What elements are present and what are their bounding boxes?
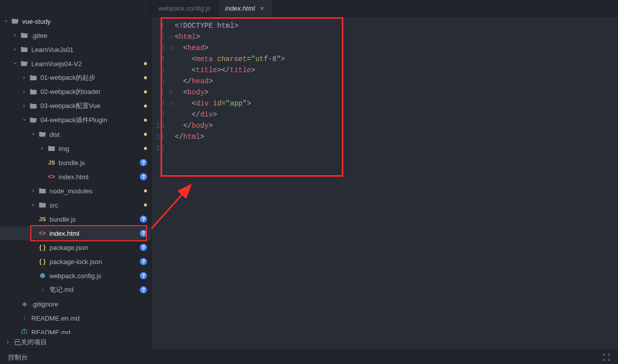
file-explorer-sidebar: vue-study .gitee LearnVueJs01 LearnVuejs… bbox=[0, 0, 151, 350]
tree-item[interactable]: JS bundle.js ? bbox=[0, 155, 151, 170]
code-line[interactable]: 2 ⊟ <html> bbox=[151, 31, 618, 42]
code-line[interactable]: 1 <!DOCTYPE html> bbox=[151, 20, 618, 31]
tree-item-label: .gitignore bbox=[31, 300, 147, 308]
tree-item[interactable]: { } package.json ? bbox=[0, 240, 151, 254]
folder-open-icon bbox=[38, 130, 46, 138]
tree-item[interactable]: 01-webpack的起步 bbox=[0, 71, 151, 85]
svg-line-1 bbox=[151, 185, 191, 234]
tree-item[interactable]: ↓ README.en.md bbox=[0, 311, 151, 325]
chevron-right-icon bbox=[5, 339, 11, 345]
code-editor[interactable]: 1 <!DOCTYPE html>2 ⊟ <html>3 ⊟ <head>4 <… bbox=[151, 17, 618, 157]
tab-label: webpack.config.js bbox=[159, 5, 211, 12]
chevron-right-icon[interactable] bbox=[30, 202, 36, 208]
code-line[interactable]: 6 - </head> bbox=[151, 76, 618, 87]
chevron-right-icon[interactable] bbox=[12, 32, 18, 38]
tree-item-label: package-lock.json bbox=[49, 258, 140, 266]
tree-item[interactable]: 03-webpack配置Vue bbox=[0, 99, 151, 113]
code-text: </html> bbox=[175, 133, 204, 141]
tree-item-label: node_modules bbox=[49, 187, 144, 195]
tree-item-label: 03-webpack配置Vue bbox=[40, 101, 144, 111]
chevron-right-icon[interactable] bbox=[21, 75, 27, 81]
tree-item[interactable]: { } package-lock.json ? bbox=[0, 254, 151, 269]
html-icon: <> bbox=[38, 229, 46, 237]
modified-dot-icon bbox=[144, 62, 147, 65]
line-number: 2 bbox=[151, 33, 168, 41]
tree-item[interactable]: 02-webpack的loader bbox=[0, 85, 151, 99]
code-text: <title></title> bbox=[175, 66, 255, 74]
modified-dot-icon bbox=[144, 119, 147, 122]
chevron-down-icon[interactable] bbox=[30, 131, 36, 137]
fold-indicator[interactable]: ⊟ bbox=[168, 89, 175, 95]
folder-icon bbox=[29, 74, 37, 82]
line-number: 4 bbox=[151, 55, 168, 63]
code-line[interactable]: 12 bbox=[151, 142, 618, 153]
console-tab[interactable]: 控制台 bbox=[8, 353, 28, 362]
code-line[interactable]: 4 <meta charset="utf-8"> bbox=[151, 54, 618, 65]
tree-item-label: 04-webpack插件Plugin bbox=[40, 116, 144, 125]
chevron-down-icon[interactable] bbox=[21, 117, 27, 123]
tree-item[interactable]: <> index.html ? bbox=[0, 226, 151, 240]
chevron-right-icon[interactable] bbox=[12, 46, 18, 53]
editor-tab[interactable]: index.html× bbox=[218, 0, 273, 17]
code-text: <head> bbox=[175, 44, 209, 52]
tree-root-label: vue-study bbox=[22, 18, 147, 25]
tree-item-label: 笔记.md bbox=[49, 285, 140, 294]
folder-icon bbox=[29, 88, 37, 96]
code-line[interactable]: 7 ⊟ <body> bbox=[151, 87, 618, 98]
tree-item-label: src bbox=[49, 201, 144, 209]
file-tree: vue-study .gitee LearnVueJs01 LearnVuejs… bbox=[0, 0, 151, 334]
chevron-right-icon[interactable] bbox=[30, 188, 36, 194]
line-number: 12 bbox=[151, 144, 168, 152]
modified-dot-icon bbox=[144, 189, 147, 192]
tree-item-label: bundle.js bbox=[59, 159, 140, 167]
tree-item[interactable]: <> index.html ? bbox=[0, 170, 151, 184]
chevron-right-icon[interactable] bbox=[39, 145, 45, 151]
chevron-down-icon[interactable] bbox=[12, 61, 18, 67]
fold-indicator[interactable]: - bbox=[168, 79, 175, 84]
tree-item-label: bundle.js bbox=[49, 216, 140, 223]
tree-item[interactable]: img bbox=[0, 141, 151, 155]
tree-item[interactable]: ⓘ README.md bbox=[0, 325, 151, 334]
code-line[interactable]: 8 ⊟ <div id="app"> bbox=[151, 98, 618, 109]
closed-projects-section[interactable]: 已关闭项目 bbox=[0, 334, 151, 350]
chevron-right-icon[interactable] bbox=[21, 89, 27, 95]
tree-root[interactable]: vue-study bbox=[0, 14, 151, 28]
fold-indicator[interactable]: ⊟ bbox=[168, 100, 175, 107]
code-line[interactable]: 10 - </body> bbox=[151, 120, 618, 131]
fold-indicator[interactable]: ⊟ bbox=[168, 34, 175, 40]
code-text: <html> bbox=[175, 33, 200, 41]
tree-item[interactable]: dist bbox=[0, 127, 151, 141]
gitignore-icon: ◆ bbox=[20, 300, 28, 308]
js-icon: JS bbox=[38, 215, 46, 223]
chevron-right-icon[interactable] bbox=[21, 103, 27, 109]
code-line[interactable]: 3 ⊟ <head> bbox=[151, 42, 618, 54]
tree-item[interactable]: ⬢ webpack.config.js ? bbox=[0, 269, 151, 283]
tree-item[interactable]: ◆ .gitignore bbox=[0, 297, 151, 311]
tree-item-label: .gitee bbox=[31, 32, 147, 39]
html-icon: <> bbox=[47, 173, 56, 181]
panel-expand-icon[interactable]: ⛶ bbox=[603, 353, 610, 361]
close-icon[interactable]: × bbox=[259, 6, 265, 12]
tree-item[interactable]: 04-webpack插件Plugin bbox=[0, 113, 151, 127]
code-line[interactable]: 5 <title></title> bbox=[151, 65, 618, 76]
fold-indicator[interactable]: ⊟ bbox=[168, 45, 175, 51]
tree-item[interactable]: LearnVuejs04-V2 bbox=[0, 57, 151, 71]
modified-dot-icon bbox=[144, 90, 147, 93]
folder-icon bbox=[38, 187, 46, 195]
tree-item[interactable]: ↓ 笔记.md ? bbox=[0, 283, 151, 297]
tree-item[interactable]: src bbox=[0, 198, 151, 212]
code-line[interactable]: 11 </html> bbox=[151, 131, 618, 142]
tree-item[interactable]: node_modules bbox=[0, 184, 151, 198]
fold-indicator[interactable]: - bbox=[168, 123, 175, 129]
editor-tab[interactable]: webpack.config.js bbox=[151, 0, 218, 17]
readme-cut-icon: ⓘ bbox=[20, 328, 28, 334]
code-line[interactable]: 9 - </div> bbox=[151, 109, 618, 120]
info-badge-icon: ? bbox=[140, 258, 147, 265]
modified-dot-icon bbox=[144, 105, 147, 108]
fold-indicator[interactable]: - bbox=[168, 112, 175, 118]
tab-label: index.html bbox=[225, 5, 255, 12]
line-number: 11 bbox=[151, 133, 168, 141]
tree-item[interactable]: JS bundle.js ? bbox=[0, 212, 151, 226]
tree-item[interactable]: .gitee bbox=[0, 28, 151, 42]
tree-item[interactable]: LearnVueJs01 bbox=[0, 42, 151, 57]
